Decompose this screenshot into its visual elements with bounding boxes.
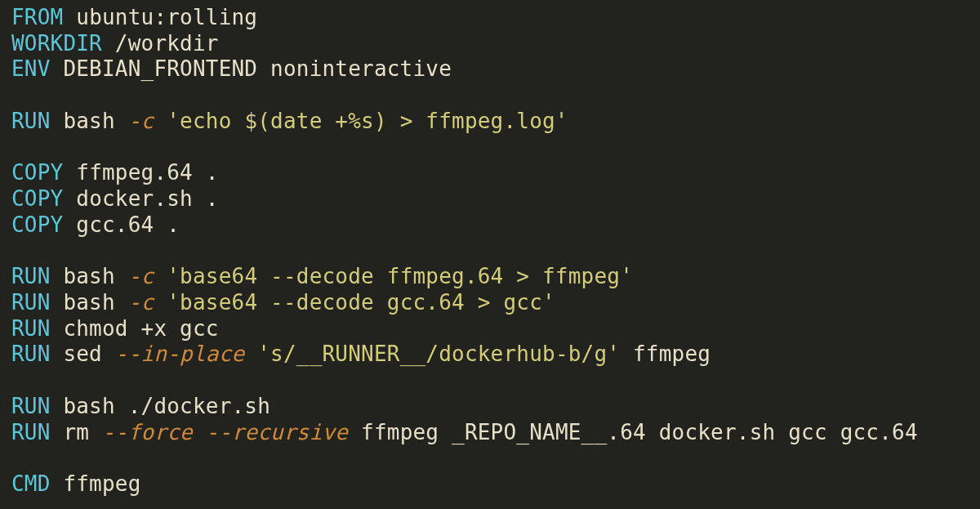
code-line: COPY docker.sh . [11,186,219,211]
code-line: COPY gcc.64 . [11,212,180,237]
dockerfile-code-block: FROM ubuntu:rolling WORKDIR /workdir ENV… [0,0,980,502]
code-line: CMD ffmpeg [11,471,141,496]
code-line: RUN chmod +x gcc [11,316,219,341]
code-line: RUN bash -c 'base64 --decode gcc.64 > gc… [11,290,555,315]
code-line: WORKDIR /workdir [11,31,219,56]
code-line: FROM ubuntu:rolling [11,5,257,29]
code-line: RUN bash ./docker.sh [11,394,270,418]
code-line: RUN bash -c 'echo $(date +%s) > ffmpeg.l… [11,109,568,133]
code-line: RUN sed --in-place 's/__RUNNER__/dockerh… [11,342,710,366]
code-line: RUN bash -c 'base64 --decode ffmpeg.64 >… [11,264,633,288]
code-line: RUN rm --force --recursive ffmpeg _REPO_… [11,420,918,444]
code-line: ENV DEBIAN_FRONTEND noninteractive [11,56,452,81]
code-line: COPY ffmpeg.64 . [11,160,219,185]
